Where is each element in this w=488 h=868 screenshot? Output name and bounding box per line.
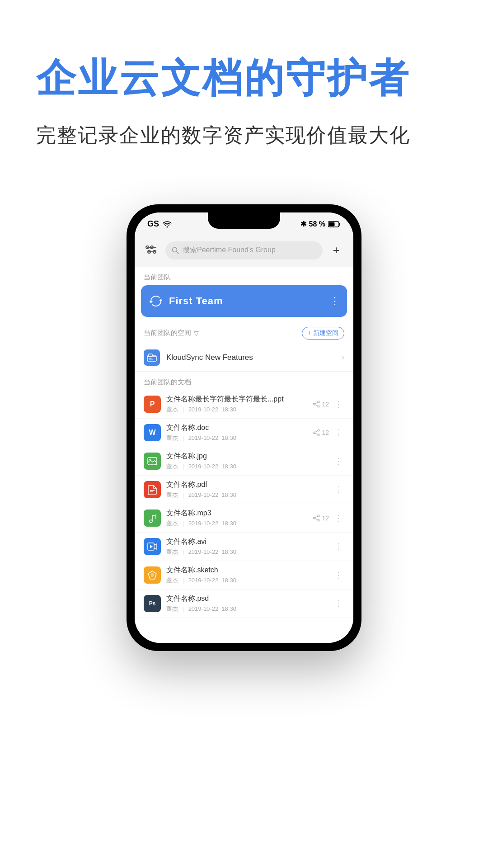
file-more-button[interactable]: ⋮ xyxy=(333,454,344,468)
file-share-count: 12 xyxy=(313,401,329,408)
file-info: 文件名称.sketch 董杰 | 2019-10-22 18:30 xyxy=(166,566,327,585)
status-right: ✱ 58 % xyxy=(300,220,341,228)
file-more-button[interactable]: ⋮ xyxy=(333,568,344,582)
team-more-button[interactable]: ⋮ xyxy=(330,295,340,307)
file-name: 文件名称.sketch xyxy=(166,566,327,575)
menu-icon[interactable] xyxy=(144,242,160,259)
file-info: 文件名称.avi 董杰 | 2019-10-22 18:30 xyxy=(166,537,327,556)
phone-screen: GS ✱ 58 % xyxy=(135,212,353,643)
file-name: 文件名称.doc xyxy=(166,423,307,433)
hero-title: 企业云文档的守护者 xyxy=(36,54,452,102)
svg-line-19 xyxy=(315,402,318,404)
file-date: 2019-10-22 18:30 xyxy=(188,548,236,555)
svg-rect-3 xyxy=(329,222,335,226)
file-name: 文件名称.pdf xyxy=(166,480,327,490)
file-author: 董杰 xyxy=(166,605,178,612)
file-author: 董杰 xyxy=(166,491,178,498)
file-date: 2019-10-22 18:30 xyxy=(188,520,236,527)
file-item[interactable]: Ps 文件名称.psd 董杰 | 2019-10-22 18:30 ⋮ xyxy=(135,590,353,618)
wifi-icon xyxy=(163,221,172,228)
file-item[interactable]: 文件名称.avi 董杰 | 2019-10-22 18:30 ⋮ xyxy=(135,533,353,561)
page: 企业云文档的守护者 完整记录企业的数字资产实现价值最大化 GS xyxy=(0,0,488,868)
file-icon-doc: W xyxy=(144,424,161,441)
svg-line-11 xyxy=(177,251,179,254)
file-item[interactable]: W 文件名称.doc 董杰 | 2019-10-22 18:30 xyxy=(135,419,353,447)
file-date: 2019-10-22 18:30 xyxy=(188,463,236,470)
file-name: 文件名称最长字符最长字符最长...ppt xyxy=(166,395,307,404)
app-content: 搜索Peertime Found's Group + 当前团队 xyxy=(135,236,353,643)
file-more-button[interactable]: ⋮ xyxy=(333,597,344,610)
search-bar[interactable]: 搜索Peertime Found's Group xyxy=(165,241,323,259)
add-button[interactable]: + xyxy=(328,242,344,259)
file-info: 文件名称.doc 董杰 | 2019-10-22 18:30 xyxy=(166,423,307,442)
battery-percent: 58 % xyxy=(309,220,325,228)
space-section-label: 当前团队的空间 xyxy=(144,329,191,337)
file-meta: 董杰 | 2019-10-22 18:30 xyxy=(166,548,327,556)
svg-point-27 xyxy=(150,459,151,460)
file-more-button[interactable]: ⋮ xyxy=(333,483,344,496)
file-item[interactable]: 文件名称.jpg 董杰 | 2019-10-22 18:30 ⋮ xyxy=(135,447,353,476)
file-actions: ⋮ xyxy=(333,454,344,468)
file-date: 2019-10-22 18:30 xyxy=(188,406,236,413)
file-author: 董杰 xyxy=(166,463,178,470)
file-item[interactable]: P 文件名称最长字符最长字符最长...ppt 董杰 | 2019-10-22 1… xyxy=(135,390,353,419)
space-thumbnail xyxy=(144,349,160,366)
file-meta: 董杰 | 2019-10-22 18:30 xyxy=(166,519,307,528)
file-more-button[interactable]: ⋮ xyxy=(333,426,344,439)
svg-point-21 xyxy=(313,432,315,434)
file-item[interactable]: 文件名称.sketch 董杰 | 2019-10-22 18:30 ⋮ xyxy=(135,561,353,590)
svg-rect-2 xyxy=(339,223,340,226)
file-icon-ppt: P xyxy=(144,396,161,413)
file-name: 文件名称.mp3 xyxy=(166,509,307,518)
file-author: 董杰 xyxy=(166,548,178,555)
share-icon xyxy=(313,401,320,408)
phone-notch xyxy=(208,212,280,229)
hero-subtitle: 完整记录企业的数字资产实现价值最大化 xyxy=(36,120,452,150)
svg-point-33 xyxy=(318,515,319,517)
file-more-button[interactable]: ⋮ xyxy=(333,540,344,553)
file-author: 董杰 xyxy=(166,577,178,584)
file-date: 2019-10-22 18:30 xyxy=(188,491,236,498)
phone-mockup: GS ✱ 58 % xyxy=(127,204,361,651)
file-info: 文件名称.jpg 董杰 | 2019-10-22 18:30 xyxy=(166,452,327,471)
space-filter-icon[interactable]: ▽ xyxy=(194,330,199,337)
file-actions: 12 ⋮ xyxy=(313,511,344,525)
file-more-button[interactable]: ⋮ xyxy=(333,511,344,525)
file-item[interactable]: 文件名称.mp3 董杰 | 2019-10-22 18:30 12 xyxy=(135,504,353,533)
file-author: 董杰 xyxy=(166,520,178,527)
file-list: P 文件名称最长字符最长字符最长...ppt 董杰 | 2019-10-22 1… xyxy=(135,390,353,618)
file-date: 2019-10-22 18:30 xyxy=(188,605,236,612)
svg-line-36 xyxy=(315,519,318,520)
file-icon-avi xyxy=(144,538,161,555)
svg-rect-13 xyxy=(149,354,152,356)
svg-point-16 xyxy=(313,403,315,405)
svg-point-30 xyxy=(150,520,152,523)
file-meta: 董杰 | 2019-10-22 18:30 xyxy=(166,491,327,499)
svg-point-22 xyxy=(318,429,319,431)
file-date: 2019-10-22 18:30 xyxy=(188,434,236,441)
file-info: 文件名称.pdf 董杰 | 2019-10-22 18:30 xyxy=(166,480,327,499)
team-refresh-icon xyxy=(148,293,164,309)
space-section-header: 当前团队的空间 ▽ + 新建空间 xyxy=(135,323,353,344)
file-actions: 12 ⋮ xyxy=(313,397,344,411)
svg-line-24 xyxy=(315,431,318,432)
file-icon-jpg xyxy=(144,453,161,470)
file-icon-sketch xyxy=(144,566,161,584)
team-item-active[interactable]: First Team ⋮ xyxy=(141,285,347,317)
svg-point-34 xyxy=(318,519,319,521)
file-actions: ⋮ xyxy=(333,483,344,496)
new-space-button[interactable]: + 新建空间 xyxy=(302,327,344,340)
file-meta: 董杰 | 2019-10-22 18:30 xyxy=(166,434,307,442)
file-item[interactable]: 文件名称.pdf 董杰 | 2019-10-22 18:30 ⋮ xyxy=(135,476,353,504)
file-icon-pdf xyxy=(144,481,161,498)
file-meta: 董杰 | 2019-10-22 18:30 xyxy=(166,406,307,414)
file-actions: ⋮ xyxy=(333,568,344,582)
svg-line-25 xyxy=(315,433,318,434)
svg-marker-40 xyxy=(150,573,154,577)
file-meta: 董杰 | 2019-10-22 18:30 xyxy=(166,605,327,613)
svg-point-17 xyxy=(318,401,319,403)
file-info: 文件名称.psd 董杰 | 2019-10-22 18:30 xyxy=(166,594,327,613)
svg-point-23 xyxy=(318,434,319,436)
file-more-button[interactable]: ⋮ xyxy=(333,397,344,411)
space-item[interactable]: KloudSync New Features › xyxy=(135,344,353,372)
